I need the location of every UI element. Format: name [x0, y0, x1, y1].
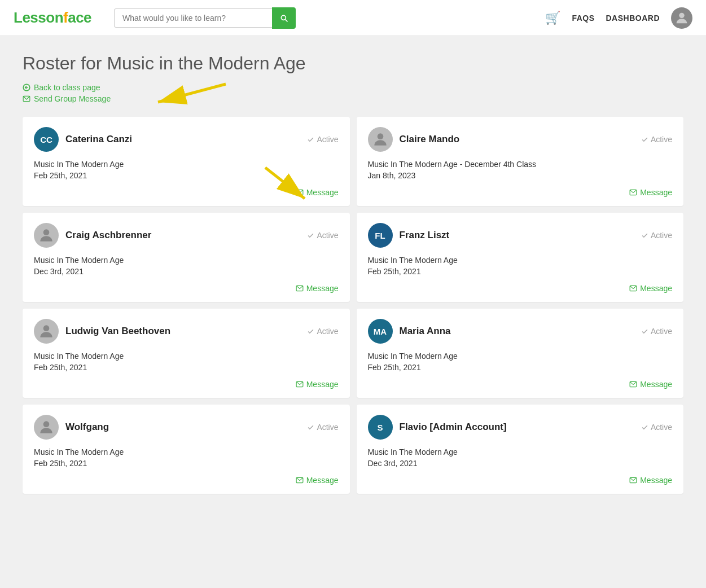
- student-name: Craig Aschbrenner: [65, 230, 151, 241]
- enroll-date: Feb 25th, 2021: [34, 171, 339, 180]
- send-group-message-link[interactable]: Send Group Message: [23, 94, 683, 103]
- logo[interactable]: Lessonface: [14, 9, 91, 27]
- card-header: Wolfgang Active: [34, 415, 339, 440]
- card-body: Music In The Modern Age Dec 3rd, 2021: [34, 256, 339, 276]
- student-card: FL Franz Liszt Active Music In The Moder…: [357, 213, 684, 302]
- student-card: Wolfgang Active Music In The Modern Age …: [23, 405, 350, 494]
- student-info: Ludwig Van Beethoven: [34, 319, 170, 344]
- svg-point-7: [377, 133, 383, 139]
- class-name: Music In The Modern Age: [34, 352, 339, 361]
- student-name: Franz Liszt: [400, 230, 450, 241]
- student-card: CC Caterina Canzi Active Music In The Mo…: [23, 117, 350, 206]
- card-footer: Message: [368, 188, 673, 197]
- card-header: MA Maria Anna Active: [368, 319, 673, 344]
- faqs-link[interactable]: FAQS: [572, 14, 594, 23]
- status-text: Active: [651, 327, 672, 336]
- svg-point-15: [43, 421, 50, 427]
- student-name: Claire Mando: [400, 134, 460, 145]
- student-card: MA Maria Anna Active Music In The Modern…: [357, 309, 684, 398]
- cart-icon[interactable]: 🛒: [545, 11, 560, 25]
- student-info: FL Franz Liszt: [368, 223, 450, 248]
- message-link[interactable]: Message: [296, 284, 339, 293]
- status-text: Active: [317, 231, 338, 240]
- student-info: Wolfgang: [34, 415, 109, 440]
- class-name: Music In The Modern Age: [368, 256, 673, 265]
- enroll-date: Feb 25th, 2021: [34, 459, 339, 468]
- message-link[interactable]: Message: [629, 380, 672, 389]
- card-footer: Message: [368, 380, 673, 389]
- card-body: Music In The Modern Age Feb 25th, 2021: [368, 256, 673, 276]
- card-header: Ludwig Van Beethoven Active: [34, 319, 339, 344]
- student-avatar: FL: [368, 223, 393, 248]
- card-header: Craig Aschbrenner Active: [34, 223, 339, 248]
- card-header: S Flavio [Admin Account] Active: [368, 415, 673, 440]
- message-link[interactable]: Message: [296, 380, 339, 389]
- back-to-class-link[interactable]: Back to class page: [23, 83, 683, 92]
- card-footer: Message: [34, 284, 339, 293]
- student-info: CC Caterina Canzi: [34, 127, 132, 152]
- card-footer: Message: [34, 188, 339, 197]
- status-badge: Active: [307, 231, 338, 240]
- search-button[interactable]: [272, 7, 296, 29]
- status-badge: Active: [307, 423, 338, 432]
- status-text: Active: [317, 327, 338, 336]
- status-badge: Active: [641, 135, 672, 144]
- enroll-date: Dec 3rd, 2021: [34, 267, 339, 276]
- class-name: Music In The Modern Age: [34, 256, 339, 265]
- student-card: S Flavio [Admin Account] Active Music In…: [357, 405, 684, 494]
- message-link[interactable]: Message: [296, 188, 339, 197]
- student-avatar: [34, 415, 59, 440]
- enroll-date: Feb 25th, 2021: [368, 267, 673, 276]
- student-name: Flavio [Admin Account]: [400, 422, 507, 433]
- action-links: Back to class page Send Group Message: [23, 83, 683, 103]
- student-card: Claire Mando Active Music In The Modern …: [357, 117, 684, 206]
- message-link[interactable]: Message: [296, 476, 339, 485]
- card-header: FL Franz Liszt Active: [368, 223, 673, 248]
- card-body: Music In The Modern Age - December 4th C…: [368, 160, 673, 180]
- class-name: Music In The Modern Age: [368, 447, 673, 457]
- status-badge: Active: [307, 135, 338, 144]
- card-body: Music In The Modern Age Feb 25th, 2021: [368, 352, 673, 372]
- enroll-date: Feb 25th, 2021: [368, 363, 673, 372]
- page-title: Roster for Music in the Modern Age: [23, 53, 683, 74]
- card-header: Claire Mando Active: [368, 127, 673, 152]
- student-name: Ludwig Van Beethoven: [65, 326, 170, 337]
- message-link[interactable]: Message: [629, 284, 672, 293]
- user-avatar[interactable]: [671, 7, 692, 29]
- enroll-date: Feb 25th, 2021: [34, 363, 339, 372]
- card-body: Music In The Modern Age Dec 3rd, 2021: [368, 447, 673, 468]
- student-info: Craig Aschbrenner: [34, 223, 151, 248]
- svg-point-12: [43, 325, 50, 331]
- message-link[interactable]: Message: [629, 476, 672, 485]
- status-badge: Active: [641, 327, 672, 336]
- card-header: CC Caterina Canzi Active: [34, 127, 339, 152]
- class-name: Music In The Modern Age: [368, 352, 673, 361]
- student-avatar: [34, 223, 59, 248]
- card-footer: Message: [368, 284, 673, 293]
- student-name: Wolfgang: [65, 422, 109, 433]
- class-name: Music In The Modern Age - December 4th C…: [368, 160, 673, 169]
- student-info: S Flavio [Admin Account]: [368, 415, 507, 440]
- search-bar: [114, 7, 296, 29]
- class-name: Music In The Modern Age: [34, 447, 339, 457]
- search-input[interactable]: [114, 8, 272, 28]
- status-badge: Active: [641, 423, 672, 432]
- student-card: Craig Aschbrenner Active Music In The Mo…: [23, 213, 350, 302]
- card-body: Music In The Modern Age Feb 25th, 2021: [34, 447, 339, 468]
- student-avatar: MA: [368, 319, 393, 344]
- student-avatar: CC: [34, 127, 59, 152]
- status-text: Active: [651, 231, 672, 240]
- status-text: Active: [317, 135, 338, 144]
- student-avatar: S: [368, 415, 393, 440]
- main-content: Roster for Music in the Modern Age Back …: [0, 36, 706, 588]
- student-name: Caterina Canzi: [65, 134, 132, 145]
- message-link[interactable]: Message: [629, 188, 672, 197]
- status-text: Active: [651, 423, 672, 432]
- student-info: MA Maria Anna: [368, 319, 451, 344]
- dashboard-link[interactable]: DASHBOARD: [606, 14, 660, 23]
- card-footer: Message: [34, 380, 339, 389]
- enroll-date: Jan 8th, 2023: [368, 171, 673, 180]
- student-avatar: [34, 319, 59, 344]
- card-footer: Message: [368, 476, 673, 485]
- card-body: Music In The Modern Age Feb 25th, 2021: [34, 160, 339, 180]
